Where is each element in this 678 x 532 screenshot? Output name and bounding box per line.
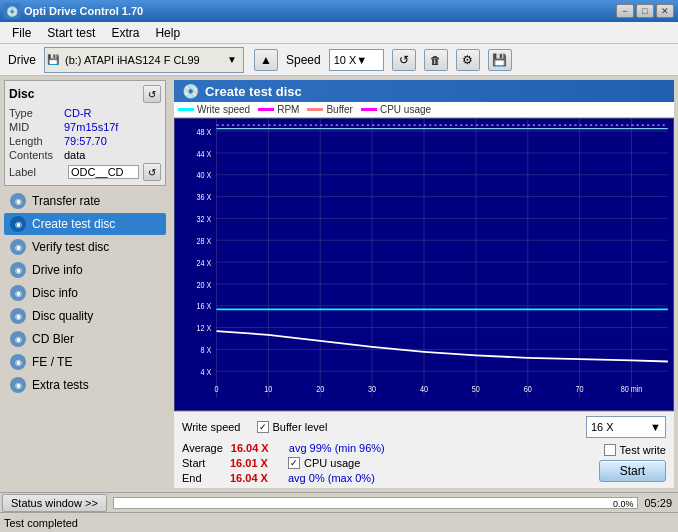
disc-length-label: Length: [9, 135, 64, 147]
drive-dropdown-arrow: ▼: [227, 54, 237, 65]
svg-text:20: 20: [316, 384, 325, 394]
svg-text:40 X: 40 X: [196, 171, 212, 181]
drive-info-icon: ◉: [10, 262, 26, 278]
test-completed-text: Test completed: [4, 517, 78, 529]
stats-and-cpu-row: Average 16.04 X avg 99% (min 96%) Start …: [182, 442, 666, 484]
legend-rpm-label: RPM: [277, 104, 299, 115]
sidebar-item-fe-te[interactable]: ◉ FE / TE: [4, 351, 166, 373]
time-display: 05:29: [644, 497, 672, 509]
disc-type-value: CD-R: [64, 107, 92, 119]
svg-text:36 X: 36 X: [196, 193, 212, 203]
disc-section: Disc ↺ Type CD-R MID 97m15s17f Length 79…: [4, 80, 166, 186]
speed-dropdown-arrow: ▼: [356, 54, 367, 66]
sidebar-item-create-test-disc[interactable]: ◉ Create test disc: [4, 213, 166, 235]
erase-button[interactable]: 🗑: [424, 49, 448, 71]
maximize-button[interactable]: □: [636, 4, 654, 18]
test-write-checkbox[interactable]: [604, 444, 616, 456]
sidebar-item-disc-info[interactable]: ◉ Disc info: [4, 282, 166, 304]
settings-button[interactable]: ⚙: [456, 49, 480, 71]
start-button[interactable]: Start: [599, 460, 666, 482]
speed-selected-value: 10 X: [334, 54, 357, 66]
extra-tests-icon: ◉: [10, 377, 26, 393]
save-button[interactable]: 💾: [488, 49, 512, 71]
drive-up-button[interactable]: ▲: [254, 49, 278, 71]
menu-file[interactable]: File: [4, 24, 39, 42]
legend-cpu-color: [361, 108, 377, 111]
stats-col: Average 16.04 X avg 99% (min 96%) Start …: [182, 442, 385, 484]
app-icon: 💿: [4, 3, 20, 19]
sidebar-item-disc-quality[interactable]: ◉ Disc quality: [4, 305, 166, 327]
refresh-button[interactable]: ↺: [392, 49, 416, 71]
svg-text:40: 40: [420, 384, 429, 394]
svg-text:48 X: 48 X: [196, 127, 212, 137]
progress-bar-container: 0.0%: [113, 497, 639, 509]
sidebar-menu: ◉ Transfer rate ◉ Create test disc ◉ Ver…: [4, 190, 166, 396]
svg-text:12 X: 12 X: [196, 324, 212, 334]
panel-title: 💿 Create test disc: [174, 80, 674, 102]
sidebar-item-label: FE / TE: [32, 355, 72, 369]
sidebar-item-drive-info[interactable]: ◉ Drive info: [4, 259, 166, 281]
end-value: 16.04 X: [230, 472, 280, 484]
menu-extra[interactable]: Extra: [103, 24, 147, 42]
legend-write-speed-label: Write speed: [197, 104, 250, 115]
disc-refresh-button[interactable]: ↺: [143, 85, 161, 103]
menu-start-test[interactable]: Start test: [39, 24, 103, 42]
status-window-button[interactable]: Status window >>: [2, 494, 107, 512]
close-button[interactable]: ✕: [656, 4, 674, 18]
svg-text:0: 0: [214, 384, 219, 394]
sidebar-item-label: Disc quality: [32, 309, 93, 323]
buffer-level-checkbox[interactable]: [257, 421, 269, 433]
drive-label: Drive: [8, 53, 36, 67]
speed-dropdown[interactable]: 10 X ▼: [329, 49, 384, 71]
drive-dropdown[interactable]: (b:) ATAPI iHAS124 F CL99 ▼: [61, 49, 241, 71]
legend-cpu: CPU usage: [361, 104, 431, 115]
disc-mid-row: MID 97m15s17f: [9, 121, 161, 133]
buffer-level-control[interactable]: Buffer level: [257, 421, 328, 433]
cpu-usage-label: CPU usage: [304, 457, 360, 469]
chart-area: 48 X 44 X 40 X 36 X 32 X 28 X 24 X 20 X …: [174, 118, 674, 411]
right-action-col: Test write Start: [599, 444, 666, 482]
legend-cpu-label: CPU usage: [380, 104, 431, 115]
chart-legend: Write speed RPM Buffer CPU usage: [174, 102, 674, 118]
test-completed-bar: Test completed: [0, 512, 678, 532]
sidebar-item-extra-tests[interactable]: ◉ Extra tests: [4, 374, 166, 396]
disc-mid-value: 97m15s17f: [64, 121, 118, 133]
legend-rpm: RPM: [258, 104, 299, 115]
disc-label-refresh-button[interactable]: ↺: [143, 163, 161, 181]
write-speed-control: Write speed: [182, 421, 241, 433]
main-content: Disc ↺ Type CD-R MID 97m15s17f Length 79…: [0, 76, 678, 492]
svg-text:16 X: 16 X: [196, 302, 212, 312]
drive-icon: 💾: [47, 54, 59, 65]
cpu-usage-control[interactable]: CPU usage: [288, 457, 360, 469]
title-bar: 💿 Opti Drive Control 1.70 − □ ✕: [0, 0, 678, 22]
controls-row: Write speed Buffer level 16 X ▼: [182, 416, 666, 438]
speed-select-control: 16 X ▼: [586, 416, 666, 438]
status-bar: Status window >> 0.0% 05:29: [0, 492, 678, 512]
sidebar-item-transfer-rate[interactable]: ◉ Transfer rate: [4, 190, 166, 212]
sidebar-item-label: CD Bler: [32, 332, 74, 346]
avg-pct: avg 99% (min 96%): [289, 442, 385, 454]
start-value: 16.01 X: [230, 457, 280, 469]
drive-bar: Drive 💾 (b:) ATAPI iHAS124 F CL99 ▼ ▲ Sp…: [0, 44, 678, 76]
title-bar-buttons[interactable]: − □ ✕: [616, 4, 674, 18]
write-speed-label: Write speed: [182, 421, 241, 433]
cpu-usage-checkbox[interactable]: [288, 457, 300, 469]
sidebar-item-label: Disc info: [32, 286, 78, 300]
write-speed-dropdown[interactable]: 16 X ▼: [586, 416, 666, 438]
sidebar-item-verify-test-disc[interactable]: ◉ Verify test disc: [4, 236, 166, 258]
legend-rpm-color: [258, 108, 274, 111]
title-bar-left: 💿 Opti Drive Control 1.70: [4, 3, 143, 19]
svg-text:80 min: 80 min: [621, 384, 643, 394]
test-write-row[interactable]: Test write: [604, 444, 666, 456]
svg-text:32 X: 32 X: [196, 215, 212, 225]
end-pct: avg 0% (max 0%): [288, 472, 375, 484]
menu-bar: File Start test Extra Help: [0, 22, 678, 44]
minimize-button[interactable]: −: [616, 4, 634, 18]
svg-text:50: 50: [472, 384, 481, 394]
disc-quality-icon: ◉: [10, 308, 26, 324]
sidebar-item-label: Drive info: [32, 263, 83, 277]
menu-help[interactable]: Help: [147, 24, 188, 42]
disc-contents-label: Contents: [9, 149, 64, 161]
panel-title-icon: 💿: [182, 83, 199, 99]
sidebar-item-cd-bler[interactable]: ◉ CD Bler: [4, 328, 166, 350]
